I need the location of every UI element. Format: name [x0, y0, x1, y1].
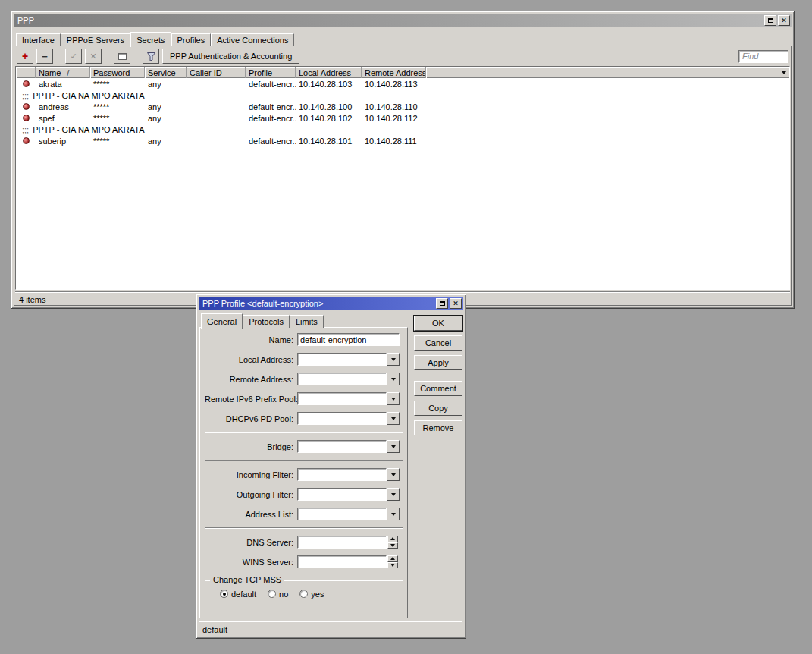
column-header-caller-id[interactable]: Caller ID	[187, 67, 246, 78]
cell-caller-id	[187, 101, 246, 112]
enable-button[interactable]: ✓	[65, 49, 82, 64]
cell-remote-address: 10.140.28.113	[362, 78, 426, 90]
comment-cell: ;;; PPTP - GIA NA MPO AKRATA	[16, 124, 789, 135]
address-list-input[interactable]	[297, 508, 387, 520]
wins-server-input[interactable]	[297, 555, 387, 568]
cell-local-address: 10.140.28.100	[296, 101, 362, 112]
bridge-dropdown-button[interactable]	[387, 440, 400, 453]
dns-server-up-button[interactable]	[387, 536, 398, 542]
dns-server-control	[297, 536, 398, 549]
comment-text: PPTP - GIA NA MPO AKRATA	[33, 125, 144, 134]
tab-active-connections[interactable]: Active Connections	[211, 33, 294, 46]
separator	[205, 460, 403, 461]
apply-button[interactable]: Apply	[414, 355, 462, 370]
column-picker-button[interactable]	[779, 67, 789, 78]
radio-default[interactable]: default	[220, 590, 256, 599]
wins-server-down-button[interactable]	[387, 562, 398, 569]
radio-yes[interactable]: yes	[299, 590, 324, 599]
tab-general[interactable]: General	[201, 313, 243, 329]
local-address-input[interactable]	[297, 353, 387, 366]
remove-button[interactable]: −	[36, 49, 53, 64]
remote-address-label: Remote Address:	[205, 375, 297, 384]
comment-button[interactable]	[114, 49, 130, 64]
cell-local-address: 10.140.28.103	[296, 78, 362, 90]
remove-button[interactable]: Remove	[414, 420, 462, 435]
add-button[interactable]: +	[17, 49, 33, 64]
name-input[interactable]	[297, 333, 400, 346]
tab-pppoe-servers[interactable]: PPPoE Servers	[61, 33, 130, 46]
remote-ipv6-prefix-pool-input[interactable]	[297, 392, 387, 405]
remote-address-dropdown-button[interactable]	[387, 373, 400, 385]
column-header-local-address[interactable]: Local Address	[296, 67, 362, 78]
table-comment-row[interactable]: ;;; PPTP - GIA NA MPO AKRATA	[16, 124, 789, 135]
filter-button[interactable]	[143, 49, 159, 64]
tab-interface[interactable]: Interface	[16, 33, 61, 46]
chevron-up-icon	[390, 537, 395, 540]
cell-caller-id	[187, 78, 246, 90]
cell-local-address: 10.140.28.101	[296, 135, 362, 146]
tab-secrets[interactable]: Secrets	[130, 32, 171, 47]
ppp-secret-icon	[23, 137, 30, 144]
column-header-password[interactable]: Password	[90, 67, 145, 78]
local-address-dropdown-button[interactable]	[387, 353, 400, 366]
remote-ipv6-prefix-pool-dropdown-button[interactable]	[387, 392, 400, 405]
outgoing-filter-input[interactable]	[297, 488, 387, 501]
tab-limits[interactable]: Limits	[290, 315, 324, 328]
incoming-filter-field-row: Incoming Filter:	[205, 468, 403, 481]
dialog-buttons: OK Cancel Apply Comment Copy Remove	[414, 310, 462, 618]
dhcpv6-pd-pool-dropdown-button[interactable]	[387, 412, 400, 425]
outgoing-filter-dropdown-button[interactable]	[387, 488, 400, 501]
dialog-restore-button[interactable]	[436, 298, 448, 309]
tab-profiles[interactable]: Profiles	[171, 33, 212, 46]
disable-button[interactable]: ✕	[85, 49, 102, 64]
table-comment-row[interactable]: ;;; PPTP - GIA NA MPO AKRATA	[16, 90, 789, 101]
address-list-dropdown-button[interactable]	[387, 508, 400, 520]
dhcpv6-pd-pool-label: DHCPv6 PD Pool:	[205, 414, 297, 423]
column-header-profile[interactable]: Profile	[246, 67, 296, 78]
table-row-spef[interactable]: spef ***** any default-encr... 10.140.28…	[16, 112, 789, 124]
dns-server-input[interactable]	[297, 536, 387, 549]
table-row-akrata[interactable]: akrata ***** any default-encr... 10.140.…	[16, 78, 789, 90]
cancel-button[interactable]: Cancel	[414, 335, 462, 351]
dialog-close-button[interactable]: ✕	[450, 298, 462, 309]
copy-button[interactable]: Copy	[414, 401, 462, 416]
dhcpv6-pd-pool-input[interactable]	[297, 412, 387, 425]
ppp-secret-icon	[23, 103, 30, 110]
dialog-titlebar[interactable]: PPP Profile <default-encryption> ✕	[199, 297, 463, 310]
remove-icon: −	[42, 52, 48, 61]
incoming-filter-input[interactable]	[297, 468, 387, 481]
cell-caller-id	[187, 112, 246, 124]
chevron-down-icon	[391, 417, 396, 420]
bridge-input[interactable]	[297, 440, 387, 453]
tab-protocols[interactable]: Protocols	[243, 315, 290, 328]
name-label: Name:	[205, 335, 297, 344]
ppp-authentication-accounting-button[interactable]: PPP Authentication & Accounting	[162, 49, 299, 64]
table-row-andreas[interactable]: andreas ***** any default-encr... 10.140…	[16, 101, 789, 112]
column-header-remote-address[interactable]: Remote Address	[362, 67, 426, 78]
cell-local-address: 10.140.28.102	[296, 112, 362, 124]
ok-button[interactable]: OK	[414, 316, 462, 331]
column-label: Name	[39, 68, 61, 77]
chevron-down-icon	[391, 398, 396, 401]
comment-button[interactable]: Comment	[414, 381, 462, 396]
table-row-suberip[interactable]: suberip ***** any default-encr... 10.140…	[16, 135, 789, 146]
cell-password: *****	[90, 112, 145, 124]
ppp-window-titlebar[interactable]: PPP ✕	[14, 14, 792, 27]
restore-button[interactable]	[764, 15, 776, 26]
ppp-window: PPP ✕ Interface PPPoE Servers Secrets Pr…	[11, 11, 795, 309]
wins-server-field-row: WINS Server:	[205, 555, 403, 568]
column-header-name[interactable]: Name /	[36, 67, 90, 78]
column-header-service[interactable]: Service	[145, 67, 187, 78]
incoming-filter-dropdown-button[interactable]	[387, 468, 400, 481]
change-tcp-mss-group: Change TCP MSS	[205, 575, 403, 584]
wins-server-up-button[interactable]	[387, 555, 398, 562]
column-header-icon[interactable]	[16, 67, 36, 78]
close-button[interactable]: ✕	[778, 15, 790, 26]
radio-no[interactable]: no	[268, 590, 288, 599]
dns-server-down-button[interactable]	[387, 542, 398, 549]
remote-address-input[interactable]	[297, 373, 387, 385]
comment-prefix: ;;;	[22, 91, 29, 100]
find-input[interactable]	[738, 50, 788, 63]
row-filler	[426, 135, 789, 146]
radio-label: no	[279, 590, 288, 599]
